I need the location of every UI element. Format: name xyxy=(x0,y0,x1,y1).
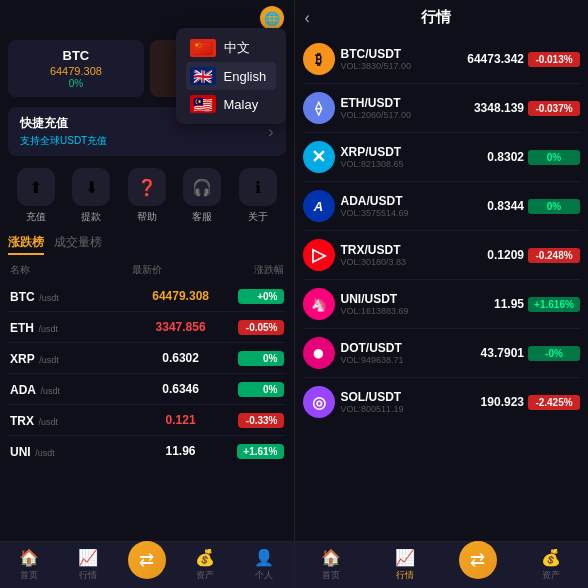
table-row[interactable]: 🦄 UNI/USDT VOL:1613883.69 11.95 +1.616% xyxy=(295,280,589,328)
btc-change-badge: +0% xyxy=(238,289,284,304)
tab-gainers[interactable]: 涨跌榜 xyxy=(8,234,44,255)
xrp-symbol: XRP xyxy=(10,352,35,366)
trx-change-badge: -0.33% xyxy=(238,413,284,428)
uni-pair: UNI/USDT xyxy=(341,292,455,306)
right-market-label: 行情 xyxy=(396,569,414,582)
lang-item-zh[interactable]: 🇨🇳 中文 xyxy=(186,34,276,62)
nav-market[interactable]: 📈 行情 xyxy=(59,548,118,582)
eth-unit: /usdt xyxy=(38,324,58,334)
right-nav-trade[interactable]: ⇄ xyxy=(441,548,514,582)
profile-icon: 👤 xyxy=(254,548,274,567)
right-nav-home[interactable]: 🏠 首页 xyxy=(295,548,368,582)
market-icon: 📈 xyxy=(78,548,98,567)
table-row[interactable]: UNI /usdt 11.96 +1.61% xyxy=(0,436,294,466)
btc-right-badge: -0.013% xyxy=(528,52,580,67)
eth-change-badge: -0.05% xyxy=(238,320,284,335)
nav-assets[interactable]: 💰 资产 xyxy=(176,548,235,582)
btc-logo: ₿ xyxy=(303,43,335,75)
right-market-icon: 📈 xyxy=(395,548,415,567)
help-icon: ❓ xyxy=(128,168,166,206)
ada-change-badge: 0% xyxy=(238,382,284,397)
right-market-list: ₿ BTC/USDT VOL:3830/517.00 64473.342 -0.… xyxy=(295,35,589,541)
trx-vol: VOL:30180/3.83 xyxy=(341,257,455,267)
eth-right-badge: -0.037% xyxy=(528,101,580,116)
coin-info-ada: ADA /usdt xyxy=(10,380,124,398)
action-service[interactable]: 🎧 客服 xyxy=(183,168,221,224)
table-row[interactable]: ADA /usdt 0.6346 0% xyxy=(0,374,294,404)
lang-item-en[interactable]: 🇬🇧 English xyxy=(186,62,276,90)
right-bottom-nav: 🏠 首页 📈 行情 ⇄ 💰 资产 xyxy=(295,541,589,588)
trade-button[interactable]: ⇄ xyxy=(128,541,166,579)
assets-icon: 💰 xyxy=(195,548,215,567)
xrp-list-price: 0.6302 xyxy=(124,351,238,365)
right-nav-assets[interactable]: 💰 资产 xyxy=(515,548,588,582)
table-row[interactable]: A ADA/USDT VOL:3575514.69 0.8344 0% xyxy=(295,182,589,230)
uni-unit: /usdt xyxy=(35,448,55,458)
trx-right-badge: -0.248% xyxy=(528,248,580,263)
table-row[interactable]: XRP /usdt 0.6302 0% xyxy=(0,343,294,373)
dot-pair: DOT/USDT xyxy=(341,341,455,355)
sol-info: SOL/USDT VOL:800511.19 xyxy=(341,390,455,414)
eth-right-price: 3348.139 xyxy=(454,101,524,115)
trx-symbol: TRX xyxy=(10,414,34,428)
nav-home[interactable]: 🏠 首页 xyxy=(0,548,59,582)
table-row[interactable]: ● DOT/USDT VOL:949638.71 43.7901 -0% xyxy=(295,329,589,377)
right-trade-button[interactable]: ⇄ xyxy=(459,541,497,579)
table-row[interactable]: TRX /usdt 0.121 -0.33% xyxy=(0,405,294,435)
header-name: 名称 xyxy=(10,263,101,277)
table-row[interactable]: ◎ SOL/USDT VOL:800511.19 190.923 -2.425% xyxy=(295,378,589,426)
sol-pair: SOL/USDT xyxy=(341,390,455,404)
action-withdraw-label: 提款 xyxy=(81,210,101,224)
service-icon: 🎧 xyxy=(183,168,221,206)
action-recharge[interactable]: ⬆ 充值 xyxy=(17,168,55,224)
tab-volume[interactable]: 成交量榜 xyxy=(54,234,102,255)
table-row[interactable]: ✕ XRP/USDT VOL:821308.65 0.8302 0% xyxy=(295,133,589,181)
action-service-label: 客服 xyxy=(192,210,212,224)
ada-logo: A xyxy=(303,190,335,222)
sol-logo: ◎ xyxy=(303,386,335,418)
back-arrow[interactable]: ‹ xyxy=(305,9,310,27)
xrp-info: XRP/USDT VOL:821308.65 xyxy=(341,145,455,169)
nav-market-label: 行情 xyxy=(79,569,97,582)
trx-pair: TRX/USDT xyxy=(341,243,455,257)
lang-item-my[interactable]: 🇲🇾 Malay xyxy=(186,90,276,118)
right-nav-market[interactable]: 📈 行情 xyxy=(368,548,441,582)
ada-pair: ADA/USDT xyxy=(341,194,455,208)
action-help[interactable]: ❓ 帮助 xyxy=(128,168,166,224)
uni-logo: 🦄 xyxy=(303,288,335,320)
right-home-label: 首页 xyxy=(322,569,340,582)
dot-info: DOT/USDT VOL:949638.71 xyxy=(341,341,455,365)
table-row[interactable]: ETH /usdt 3347.856 -0.05% xyxy=(0,312,294,342)
table-row[interactable]: ⟠ ETH/USDT VOL:2060/517.00 3348.139 -0.0… xyxy=(295,84,589,132)
left-panel: 🌐 🇨🇳 中文 🇬🇧 English 🇲🇾 Malay BTC 64479.30… xyxy=(0,0,294,588)
ada-unit: /usdt xyxy=(40,386,60,396)
recharge-icon: ⬆ xyxy=(17,168,55,206)
price-card-btc[interactable]: BTC 64479.308 0% xyxy=(8,40,144,97)
home-icon: 🏠 xyxy=(19,548,39,567)
action-withdraw[interactable]: ⬇ 提款 xyxy=(72,168,110,224)
table-row[interactable]: ₿ BTC/USDT VOL:3830/517.00 64473.342 -0.… xyxy=(295,35,589,83)
trx-logo: ▷ xyxy=(303,239,335,271)
recharge-arrow: › xyxy=(268,123,273,141)
globe-icon[interactable]: 🌐 xyxy=(260,6,284,30)
action-about[interactable]: ℹ 关于 xyxy=(239,168,277,224)
lang-label-zh: 中文 xyxy=(224,39,250,57)
uni-change-badge: +1.61% xyxy=(237,444,283,459)
eth-pair: ETH/USDT xyxy=(341,96,455,110)
uni-right-badge: +1.616% xyxy=(528,297,580,312)
nav-profile[interactable]: 👤 个人 xyxy=(235,548,294,582)
uni-symbol: UNI xyxy=(10,445,31,459)
nav-profile-label: 个人 xyxy=(255,569,273,582)
table-row[interactable]: BTC /usdt 64479.308 +0% xyxy=(0,281,294,311)
sol-vol: VOL:800511.19 xyxy=(341,404,455,414)
uni-right-price: 11.95 xyxy=(454,297,524,311)
nav-trade[interactable]: ⇄ xyxy=(117,548,176,582)
flag-my: 🇲🇾 xyxy=(190,95,216,113)
btc-pair: BTC/USDT xyxy=(341,47,455,61)
header-price: 最新价 xyxy=(101,263,192,277)
xrp-logo: ✕ xyxy=(303,141,335,173)
table-row[interactable]: ▷ TRX/USDT VOL:30180/3.83 0.1209 -0.248% xyxy=(295,231,589,279)
trx-list-price: 0.121 xyxy=(124,413,238,427)
dot-vol: VOL:949638.71 xyxy=(341,355,455,365)
trx-unit: /usdt xyxy=(38,417,58,427)
